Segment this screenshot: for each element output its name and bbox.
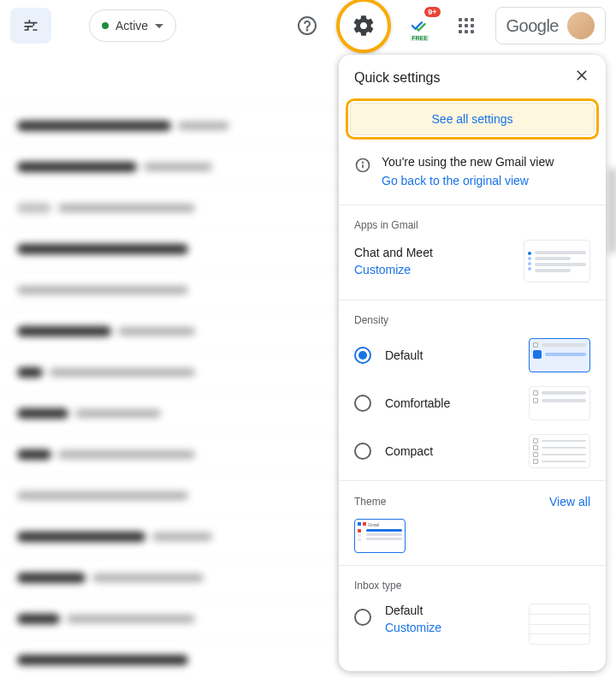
tune-icon [22,17,39,34]
avatar [567,12,595,39]
notification-badge: 9+ [424,7,440,17]
scrollbar-thumb[interactable] [609,168,616,253]
info-icon [354,157,371,174]
density-section-header: Density [339,306,606,331]
density-option-compact[interactable]: Compact [339,427,606,475]
extension-badge[interactable]: FREE 9+ [403,9,437,43]
radio-icon [354,609,371,626]
active-status-pill[interactable]: Active [89,9,176,42]
density-option-default[interactable]: Default [339,331,606,379]
customize-inbox-link[interactable]: Customize [385,621,515,634]
svg-point-0 [299,17,316,34]
active-label: Active [116,19,148,33]
see-all-highlight: See all settings [346,98,599,140]
theme-thumb-text: Gmail [368,522,379,527]
double-check-icon [411,16,429,35]
help-icon [297,15,317,36]
close-icon [573,67,590,84]
apps-section-header: Apps in Gmail [339,211,606,236]
customize-apps-link[interactable]: Customize [354,263,433,277]
new-view-info: You're using the new Gmail view Go back … [339,152,606,199]
theme-thumbnail-selected[interactable]: Gmail [354,519,406,553]
free-tag: FREE [410,35,429,41]
inbox-option-default[interactable]: Default Customize [339,597,606,651]
quick-settings-panel: Quick settings See all settings You're u… [339,55,606,671]
go-back-link[interactable]: Go back to the original view [382,174,554,187]
theme-section-header: Theme [354,496,386,508]
svg-point-1 [306,30,307,31]
inbox-thumb-default [529,604,590,645]
see-all-settings-button[interactable]: See all settings [350,103,595,135]
chevron-down-icon [155,24,163,28]
inbox-section-header: Inbox type [339,571,606,597]
help-button[interactable] [290,9,324,43]
apps-preview-thumb [524,240,590,282]
close-button[interactable] [573,67,590,88]
theme-view-all-link[interactable]: View all [549,495,590,508]
density-option-comfortable[interactable]: Comfortable [339,379,606,427]
inbox-default-label: Default [385,604,515,617]
radio-selected-icon [354,347,371,364]
radio-icon [354,443,371,460]
svg-point-4 [363,162,364,163]
status-dot-icon [102,22,109,29]
density-label-comfortable: Comfortable [385,396,515,410]
density-thumb-default [529,338,590,372]
apps-launcher-button[interactable] [449,9,483,43]
radio-icon [354,395,371,412]
settings-button[interactable] [346,9,381,43]
panel-title: Quick settings [354,70,440,86]
density-label-default: Default [385,348,515,362]
account-pill[interactable]: Google [495,7,607,45]
top-toolbar: Active FREE 9+ Google [0,0,616,51]
apps-grid-icon [459,18,474,33]
density-thumb-comfortable [529,386,590,420]
filter-button[interactable] [10,8,51,44]
gear-icon [352,14,376,38]
new-view-message: You're using the new Gmail view [382,155,554,169]
settings-button-highlight [336,0,391,53]
google-logo: Google [506,16,560,36]
chat-meet-label: Chat and Meet [354,246,433,259]
density-thumb-compact [529,434,590,468]
density-label-compact: Compact [385,444,515,458]
